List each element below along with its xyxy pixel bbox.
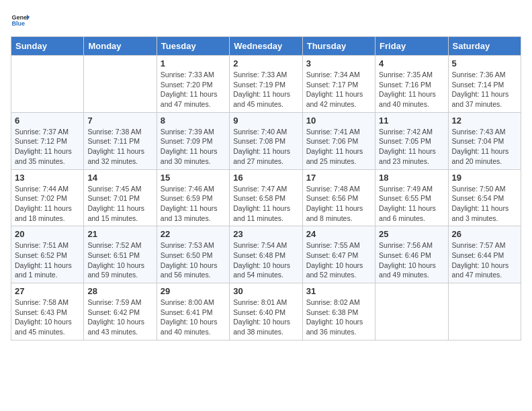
- day-detail: Sunrise: 7:49 AM Sunset: 6:55 PM Dayligh…: [379, 184, 444, 224]
- day-detail: Sunrise: 7:33 AM Sunset: 7:19 PM Dayligh…: [233, 70, 298, 109]
- day-detail: Sunrise: 7:41 AM Sunset: 7:06 PM Dayligh…: [306, 127, 371, 167]
- day-number: 16: [233, 173, 298, 183]
- header-row: SundayMondayTuesdayWednesdayThursdayFrid…: [11, 37, 521, 56]
- day-number: 1: [161, 58, 226, 68]
- day-number: 3: [306, 58, 371, 68]
- day-cell: 27Sunrise: 7:58 AM Sunset: 6:43 PM Dayli…: [11, 283, 84, 340]
- day-detail: Sunrise: 7:50 AM Sunset: 6:54 PM Dayligh…: [452, 184, 517, 224]
- day-number: 20: [15, 229, 80, 239]
- week-row-2: 6Sunrise: 7:37 AM Sunset: 7:12 PM Daylig…: [11, 112, 521, 169]
- day-header-tuesday: Tuesday: [157, 37, 229, 56]
- day-detail: Sunrise: 7:47 AM Sunset: 6:58 PM Dayligh…: [233, 184, 298, 224]
- day-detail: Sunrise: 7:46 AM Sunset: 6:59 PM Dayligh…: [161, 184, 226, 224]
- day-number: 27: [15, 286, 80, 296]
- day-header-thursday: Thursday: [302, 37, 375, 56]
- day-number: 17: [306, 173, 371, 183]
- day-cell: 30Sunrise: 8:01 AM Sunset: 6:40 PM Dayli…: [230, 283, 302, 340]
- day-number: 14: [87, 173, 152, 183]
- day-detail: Sunrise: 7:44 AM Sunset: 7:02 PM Dayligh…: [15, 184, 80, 224]
- day-number: 30: [233, 286, 298, 296]
- day-detail: Sunrise: 7:53 AM Sunset: 6:50 PM Dayligh…: [161, 240, 226, 280]
- day-cell: [11, 56, 84, 113]
- day-cell: 6Sunrise: 7:37 AM Sunset: 7:12 PM Daylig…: [11, 112, 84, 169]
- day-detail: Sunrise: 7:55 AM Sunset: 6:47 PM Dayligh…: [306, 240, 371, 280]
- day-detail: Sunrise: 8:00 AM Sunset: 6:41 PM Dayligh…: [161, 298, 226, 337]
- day-cell: 16Sunrise: 7:47 AM Sunset: 6:58 PM Dayli…: [230, 169, 302, 226]
- day-cell: 5Sunrise: 7:36 AM Sunset: 7:14 PM Daylig…: [448, 56, 521, 113]
- week-row-1: 1Sunrise: 7:33 AM Sunset: 7:20 PM Daylig…: [11, 56, 521, 113]
- day-cell: 31Sunrise: 8:02 AM Sunset: 6:38 PM Dayli…: [302, 283, 375, 340]
- day-number: 7: [87, 116, 152, 126]
- day-number: 4: [379, 58, 444, 68]
- day-detail: Sunrise: 7:48 AM Sunset: 6:56 PM Dayligh…: [306, 184, 371, 224]
- day-cell: 14Sunrise: 7:45 AM Sunset: 7:01 PM Dayli…: [84, 169, 157, 226]
- day-cell: 26Sunrise: 7:57 AM Sunset: 6:44 PM Dayli…: [448, 226, 521, 283]
- day-detail: Sunrise: 7:59 AM Sunset: 6:42 PM Dayligh…: [87, 298, 152, 337]
- day-cell: 20Sunrise: 7:51 AM Sunset: 6:52 PM Dayli…: [11, 226, 84, 283]
- day-detail: Sunrise: 7:39 AM Sunset: 7:09 PM Dayligh…: [161, 127, 226, 167]
- day-detail: Sunrise: 7:40 AM Sunset: 7:08 PM Dayligh…: [233, 127, 298, 167]
- day-number: 22: [161, 229, 226, 239]
- day-detail: Sunrise: 7:36 AM Sunset: 7:14 PM Dayligh…: [452, 70, 517, 109]
- week-row-3: 13Sunrise: 7:44 AM Sunset: 7:02 PM Dayli…: [11, 169, 521, 226]
- day-number: 28: [87, 286, 152, 296]
- day-header-wednesday: Wednesday: [230, 37, 302, 56]
- day-header-saturday: Saturday: [448, 37, 521, 56]
- day-cell: 21Sunrise: 7:52 AM Sunset: 6:51 PM Dayli…: [84, 226, 157, 283]
- day-cell: 8Sunrise: 7:39 AM Sunset: 7:09 PM Daylig…: [157, 112, 229, 169]
- day-cell: [375, 283, 448, 340]
- day-header-friday: Friday: [375, 37, 448, 56]
- day-cell: 3Sunrise: 7:34 AM Sunset: 7:17 PM Daylig…: [302, 56, 375, 113]
- day-number: 6: [15, 116, 80, 126]
- logo-icon: General Blue: [11, 11, 30, 30]
- logo: General Blue: [11, 11, 30, 30]
- day-header-sunday: Sunday: [11, 37, 84, 56]
- day-cell: 22Sunrise: 7:53 AM Sunset: 6:50 PM Dayli…: [157, 226, 229, 283]
- svg-text:Blue: Blue: [11, 20, 25, 27]
- day-cell: 9Sunrise: 7:40 AM Sunset: 7:08 PM Daylig…: [230, 112, 302, 169]
- day-number: 10: [306, 116, 371, 126]
- day-detail: Sunrise: 7:35 AM Sunset: 7:16 PM Dayligh…: [379, 70, 444, 109]
- day-detail: Sunrise: 7:38 AM Sunset: 7:11 PM Dayligh…: [87, 127, 152, 167]
- calendar-body: 1Sunrise: 7:33 AM Sunset: 7:20 PM Daylig…: [11, 56, 521, 340]
- day-cell: 12Sunrise: 7:43 AM Sunset: 7:04 PM Dayli…: [448, 112, 521, 169]
- day-number: 26: [452, 229, 517, 239]
- day-cell: 29Sunrise: 8:00 AM Sunset: 6:41 PM Dayli…: [157, 283, 229, 340]
- day-cell: 24Sunrise: 7:55 AM Sunset: 6:47 PM Dayli…: [302, 226, 375, 283]
- day-cell: [84, 56, 157, 113]
- day-cell: 23Sunrise: 7:54 AM Sunset: 6:48 PM Dayli…: [230, 226, 302, 283]
- day-cell: 1Sunrise: 7:33 AM Sunset: 7:20 PM Daylig…: [157, 56, 229, 113]
- day-number: 13: [15, 173, 80, 183]
- day-number: 29: [161, 286, 226, 296]
- day-cell: 13Sunrise: 7:44 AM Sunset: 7:02 PM Dayli…: [11, 169, 84, 226]
- day-cell: 15Sunrise: 7:46 AM Sunset: 6:59 PM Dayli…: [157, 169, 229, 226]
- day-number: 19: [452, 173, 517, 183]
- day-cell: 7Sunrise: 7:38 AM Sunset: 7:11 PM Daylig…: [84, 112, 157, 169]
- day-detail: Sunrise: 7:51 AM Sunset: 6:52 PM Dayligh…: [15, 240, 80, 280]
- day-cell: 25Sunrise: 7:56 AM Sunset: 6:46 PM Dayli…: [375, 226, 448, 283]
- day-detail: Sunrise: 8:01 AM Sunset: 6:40 PM Dayligh…: [233, 298, 298, 337]
- day-detail: Sunrise: 7:56 AM Sunset: 6:46 PM Dayligh…: [379, 240, 444, 280]
- day-detail: Sunrise: 7:57 AM Sunset: 6:44 PM Dayligh…: [452, 240, 517, 280]
- day-header-monday: Monday: [84, 37, 157, 56]
- day-cell: 11Sunrise: 7:42 AM Sunset: 7:05 PM Dayli…: [375, 112, 448, 169]
- day-detail: Sunrise: 7:42 AM Sunset: 7:05 PM Dayligh…: [379, 127, 444, 167]
- day-number: 31: [306, 286, 371, 296]
- day-number: 15: [161, 173, 226, 183]
- day-cell: 4Sunrise: 7:35 AM Sunset: 7:16 PM Daylig…: [375, 56, 448, 113]
- day-cell: 19Sunrise: 7:50 AM Sunset: 6:54 PM Dayli…: [448, 169, 521, 226]
- day-detail: Sunrise: 7:33 AM Sunset: 7:20 PM Dayligh…: [161, 70, 226, 109]
- day-number: 9: [233, 116, 298, 126]
- day-detail: Sunrise: 7:54 AM Sunset: 6:48 PM Dayligh…: [233, 240, 298, 280]
- day-detail: Sunrise: 8:02 AM Sunset: 6:38 PM Dayligh…: [306, 298, 371, 337]
- day-number: 24: [306, 229, 371, 239]
- day-number: 21: [87, 229, 152, 239]
- day-number: 25: [379, 229, 444, 239]
- week-row-4: 20Sunrise: 7:51 AM Sunset: 6:52 PM Dayli…: [11, 226, 521, 283]
- page-header: General Blue: [11, 11, 521, 30]
- day-cell: 28Sunrise: 7:59 AM Sunset: 6:42 PM Dayli…: [84, 283, 157, 340]
- day-detail: Sunrise: 7:45 AM Sunset: 7:01 PM Dayligh…: [87, 184, 152, 224]
- day-cell: 17Sunrise: 7:48 AM Sunset: 6:56 PM Dayli…: [302, 169, 375, 226]
- day-number: 18: [379, 173, 444, 183]
- day-number: 12: [452, 116, 517, 126]
